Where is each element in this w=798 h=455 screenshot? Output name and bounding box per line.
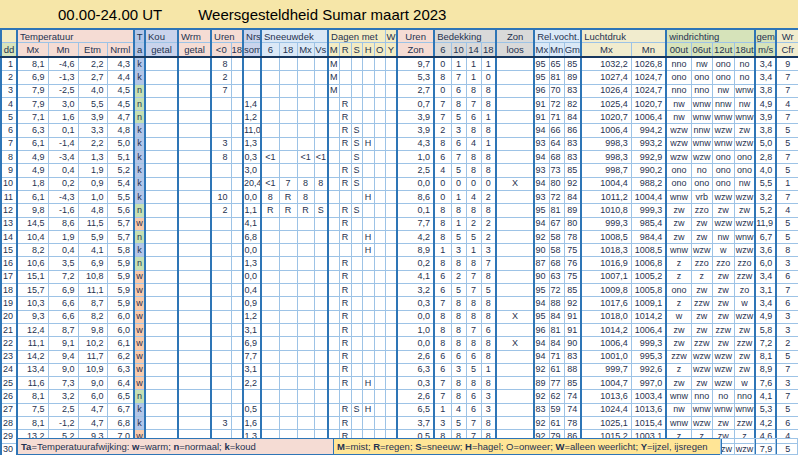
cell-luchtdruk-mx[interactable]: 999,3	[581, 217, 631, 230]
cell-wind-18ut[interactable]: zzw	[734, 337, 755, 350]
cell-zonloos[interactable]	[496, 270, 534, 283]
cell-neerslag-som[interactable]	[243, 71, 261, 84]
cell-wind-06ut[interactable]: wnw	[691, 97, 712, 110]
cell-dag-ijzel[interactable]	[385, 417, 397, 430]
cell-wrm-getal[interactable]	[178, 164, 211, 177]
cell-dag-ijzel[interactable]	[385, 323, 397, 336]
cell-sneeuwdek-mx[interactable]	[297, 217, 314, 230]
cell-sneeuwdek-vs[interactable]	[314, 164, 328, 177]
cell-dag-regen[interactable]	[339, 244, 351, 257]
cell-dag-sneeuw[interactable]	[351, 417, 362, 430]
cell-temp-max[interactable]: 14,5	[17, 217, 48, 230]
cell-wrm-getal[interactable]	[178, 323, 211, 336]
cell-dag-hagel[interactable]	[362, 97, 374, 110]
cell-wind-18ut[interactable]: zw	[734, 363, 755, 376]
cell-wind-18ut[interactable]: nw	[734, 97, 755, 110]
cell-kou-getal[interactable]	[145, 164, 178, 177]
cell-bedekking-14[interactable]: 1	[466, 244, 481, 257]
cell-dag-onweer[interactable]	[374, 217, 385, 230]
cell-dag-mist[interactable]: M	[328, 84, 339, 97]
cell-zonloos[interactable]: X	[496, 310, 534, 323]
cell-sneeuwdek-vs[interactable]	[314, 390, 328, 403]
cell-sneeuwdek-6[interactable]	[261, 363, 279, 376]
cell-wind-00ut[interactable]: w	[666, 310, 691, 323]
cell-dag-mist[interactable]	[328, 310, 339, 323]
cell-sneeuwdek-vs[interactable]	[314, 124, 328, 137]
cell-temp-max[interactable]: 4,9	[17, 151, 48, 164]
cell-uren-18[interactable]	[231, 84, 243, 97]
cell-luchtdruk-mx[interactable]: 1025,1	[581, 417, 631, 430]
cell-wind-12ut[interactable]: ono	[712, 57, 734, 71]
cell-temp-etm[interactable]: 3,9	[78, 111, 107, 124]
cell-sneeuwdek-6[interactable]: <1	[261, 151, 279, 164]
cell-dag-onweer[interactable]	[374, 390, 385, 403]
cell-dag-ijzel[interactable]	[385, 257, 397, 270]
cell-sneeuwdek-vs[interactable]	[314, 190, 328, 203]
cell-bedekking-14[interactable]: 8	[466, 377, 481, 390]
cell-luchtdruk-mx[interactable]: 1024,4	[581, 403, 631, 416]
cell-neerslag-som[interactable]: 0,0	[243, 190, 261, 203]
cell-luchtdruk-mx[interactable]: 1007,1	[581, 270, 631, 283]
cell-wind-06ut[interactable]: zw	[691, 377, 712, 390]
cell-temp-min[interactable]: 6,9	[48, 284, 78, 297]
cell-sneeuwdek-6[interactable]	[261, 403, 279, 416]
cell-relvocht-mn[interactable]: 68	[549, 151, 564, 164]
cell-dag-onweer[interactable]	[374, 97, 385, 110]
cell-temp-nrml[interactable]: 5,7	[107, 217, 134, 230]
cell-uren-onder-0[interactable]	[211, 177, 231, 190]
cell-temp-min[interactable]: -4,3	[48, 190, 78, 203]
cell-zonloos[interactable]	[496, 190, 534, 203]
cell-bedekking-14[interactable]: 7	[466, 323, 481, 336]
cell-temp-max[interactable]: 9,3	[17, 310, 48, 323]
cell-sneeuwdek-mx[interactable]	[297, 230, 314, 243]
cell-neerslag-som[interactable]	[243, 57, 261, 71]
cell-sneeuwdek-6[interactable]	[261, 137, 279, 150]
cell-uren-18[interactable]	[231, 137, 243, 150]
cell-relvocht-mn[interactable]: 70	[549, 84, 564, 97]
cell-temp-max[interactable]: 11,6	[17, 377, 48, 390]
cell-relvocht-mx[interactable]: 95	[534, 310, 549, 323]
cell-dag-ijzel[interactable]	[385, 177, 397, 190]
cell-wind-00ut[interactable]: nno	[666, 84, 691, 97]
cell-wrm-getal[interactable]	[178, 390, 211, 403]
cell-luchtdruk-mn[interactable]: 1006,8	[631, 257, 666, 270]
cell-bedekking-18[interactable]: 8	[481, 84, 496, 97]
cell-relvocht-mx[interactable]: 92	[534, 390, 549, 403]
cell-relvocht-gm[interactable]: 78	[564, 417, 581, 430]
cell-day[interactable]: 3	[1, 84, 17, 97]
cell-temp-afwijking[interactable]: n	[134, 84, 145, 97]
cell-sneeuwdek-18[interactable]	[279, 284, 297, 297]
cell-dag-hagel[interactable]	[362, 363, 374, 376]
cell-dag-regen[interactable]: R	[339, 217, 351, 230]
cell-temp-etm[interactable]: 1,3	[78, 151, 107, 164]
cell-temp-nrml[interactable]: 6,0	[107, 323, 134, 336]
cell-temp-max[interactable]: 7,9	[17, 84, 48, 97]
cell-dag-regen[interactable]: R	[339, 111, 351, 124]
cell-wind-00ut[interactable]: z	[666, 363, 691, 376]
cell-temp-min[interactable]: -2,5	[48, 84, 78, 97]
cell-sneeuwdek-18[interactable]	[279, 97, 297, 110]
cell-wind-12ut[interactable]: w	[712, 244, 734, 257]
cell-weer-cijfer[interactable]: 4	[776, 204, 798, 217]
cell-kou-getal[interactable]	[145, 57, 178, 71]
cell-dag-hagel[interactable]	[362, 417, 374, 430]
cell-zonloos[interactable]	[496, 297, 534, 310]
cell-bedekking-14[interactable]: 0	[466, 177, 481, 190]
cell-bedekking-10[interactable]: 8	[451, 337, 466, 350]
cell-sneeuwdek-18[interactable]	[279, 257, 297, 270]
cell-sneeuwdek-vs[interactable]	[314, 97, 328, 110]
cell-sneeuwdek-6[interactable]	[261, 417, 279, 430]
cell-dag-mist[interactable]	[328, 284, 339, 297]
cell-uren-18[interactable]	[231, 363, 243, 376]
cell-zonloos[interactable]	[496, 323, 534, 336]
cell-relvocht-mx[interactable]: 90	[534, 270, 549, 283]
cell-bedekking-10[interactable]: 4	[451, 403, 466, 416]
cell-dag-mist[interactable]	[328, 151, 339, 164]
cell-temp-nrml[interactable]: 4,3	[107, 57, 134, 71]
cell-kou-getal[interactable]	[145, 244, 178, 257]
cell-wind-06ut[interactable]: wzw	[691, 151, 712, 164]
cell-day[interactable]: 17	[1, 270, 17, 283]
cell-sneeuwdek-mx[interactable]	[297, 323, 314, 336]
cell-sneeuwdek-vs[interactable]	[314, 84, 328, 97]
cell-sneeuwdek-mx[interactable]	[297, 350, 314, 363]
